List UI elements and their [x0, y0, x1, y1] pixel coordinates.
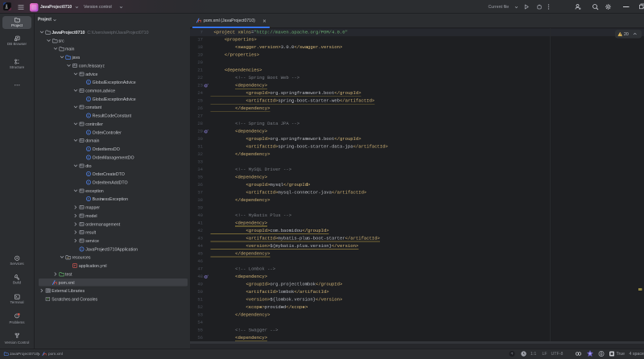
svg-text:C: C [88, 197, 90, 200]
svg-text:C: C [88, 80, 90, 84]
svg-text:C: C [88, 181, 90, 184]
svg-text:C: C [88, 131, 90, 134]
svg-text:C: C [80, 248, 83, 251]
svg-text:C: C [88, 97, 90, 101]
svg-text:C: C [88, 156, 90, 159]
svg-text:C: C [88, 147, 90, 151]
svg-text:C: C [88, 114, 90, 118]
svg-text:C: C [88, 172, 90, 175]
